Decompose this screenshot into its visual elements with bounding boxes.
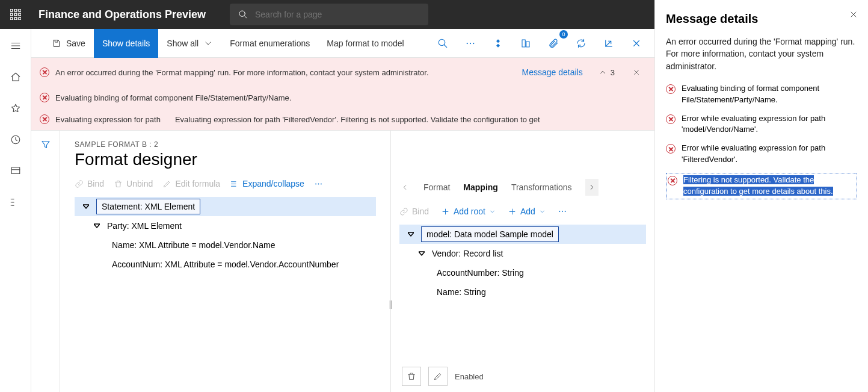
tree-node-name[interactable]: Name: String	[399, 282, 646, 302]
panel-message-item[interactable]: Evaluating binding of format component F…	[666, 83, 857, 106]
format-enumerations-button[interactable]: Format enumerations	[221, 29, 318, 58]
panel-close-button[interactable]	[849, 10, 858, 22]
bind-button[interactable]: Bind	[75, 179, 104, 188]
save-icon	[52, 39, 61, 48]
right-overflow-button[interactable]	[558, 207, 567, 216]
filter-icon[interactable]	[40, 139, 51, 150]
tree-label: Party: XML Element	[107, 221, 182, 231]
tab-nav-prev[interactable]	[399, 183, 410, 191]
svg-rect-0	[10, 9, 13, 11]
add-root-button[interactable]: Add root	[441, 207, 496, 216]
tree-node-vendor[interactable]: Vendor: Record list	[399, 244, 646, 263]
left-toolbar: Bind Unbind Edit formula Expand/collapse	[75, 179, 376, 188]
edit-button[interactable]	[428, 367, 448, 386]
expand-toggle[interactable]	[94, 223, 102, 229]
map-format-button[interactable]: Map format to model	[318, 29, 412, 58]
edit-formula-button[interactable]: Edit formula	[162, 179, 220, 188]
officeaddins-button[interactable]	[488, 34, 508, 53]
panel-message-text: Error while evaluating expression for pa…	[682, 143, 857, 166]
map-format-label: Map format to model	[327, 39, 404, 48]
app-launcher-button[interactable]	[0, 0, 31, 29]
expand-collapse-label: Expand/collapse	[242, 179, 304, 188]
chevron-down-icon	[489, 208, 496, 215]
ellipsis-icon	[558, 207, 567, 216]
pencil-icon	[162, 179, 171, 188]
message-bar-2: Evaluating binding of format component F…	[31, 87, 654, 108]
svg-point-16	[10, 205, 11, 207]
message-details-link[interactable]: Message details	[522, 67, 583, 77]
close-icon	[849, 10, 858, 19]
format-enumerations-label: Format enumerations	[230, 39, 310, 48]
svg-point-15	[10, 202, 11, 203]
list-icon	[230, 179, 239, 188]
svg-rect-5	[19, 13, 21, 16]
search-input[interactable]	[255, 10, 420, 19]
popout-icon	[603, 38, 614, 49]
close-form-button[interactable]	[627, 34, 646, 53]
tree-label: Statement: XML Element	[96, 199, 200, 214]
panel-message-item[interactable]: Error while evaluating expression for pa…	[666, 113, 857, 136]
left-overflow-button[interactable]	[314, 179, 323, 188]
tab-transformations[interactable]: Transformations	[511, 180, 572, 194]
show-all-button[interactable]: Show all	[158, 29, 221, 58]
add-button[interactable]: Add	[508, 207, 546, 216]
tab-nav-next[interactable]	[585, 179, 599, 196]
nav-favorites[interactable]	[4, 98, 28, 119]
enabled-label: Enabled	[455, 372, 484, 381]
edit-formula-label: Edit formula	[175, 179, 220, 188]
svg-rect-1	[14, 9, 17, 11]
tree-node-name[interactable]: Name: XML Attribute = model.Vendor.Name	[75, 235, 376, 255]
link-icon	[399, 207, 408, 216]
show-details-button[interactable]: Show details	[94, 29, 158, 58]
expand-toggle[interactable]	[419, 250, 427, 257]
svg-rect-3	[10, 13, 13, 16]
refresh-button[interactable]	[571, 34, 591, 53]
tab-mapping[interactable]: Mapping	[463, 180, 498, 194]
tree-node-statement[interactable]: Statement: XML Element	[75, 197, 376, 216]
save-label: Save	[66, 39, 85, 48]
expand-toggle[interactable]	[83, 204, 91, 210]
nav-recent[interactable]	[4, 129, 28, 151]
search-box[interactable]	[230, 4, 428, 25]
expand-collapse-button[interactable]: Expand/collapse	[230, 179, 304, 188]
save-button[interactable]: Save	[43, 29, 94, 58]
nav-expand-button[interactable]	[4, 35, 28, 57]
message-collapse-toggle[interactable]: 3	[599, 68, 615, 77]
panel-message-item[interactable]: Error while evaluating expression for pa…	[666, 143, 857, 166]
delete-button[interactable]	[402, 367, 421, 386]
refresh-icon	[576, 38, 586, 49]
tree-node-party[interactable]: Party: XML Element	[75, 216, 376, 235]
message-count: 3	[611, 68, 615, 77]
message-close-button[interactable]	[627, 63, 646, 82]
message-bar-3: Evaluating expression for path Evaluatin…	[31, 108, 654, 130]
office-button[interactable]	[516, 34, 535, 53]
search-icon	[437, 38, 448, 49]
ellipsis-icon	[314, 179, 323, 188]
svg-point-18	[467, 42, 468, 43]
unbind-button[interactable]: Unbind	[114, 179, 153, 188]
overflow-button[interactable]	[461, 34, 480, 53]
panel-message-text: Filtering is not supported. Validate the…	[683, 175, 855, 198]
tree-node-model[interactable]: model: Data model Sample model	[399, 225, 646, 244]
bind-button[interactable]: Bind	[399, 207, 429, 216]
tree-label: AccountNum: XML Attribute = model.Vendor…	[112, 260, 339, 269]
tree-node-accountnumber[interactable]: AccountNumber: String	[399, 263, 646, 282]
nav-modules[interactable]	[4, 191, 28, 213]
svg-rect-22	[526, 42, 529, 47]
attachments-button[interactable]: 0	[544, 34, 563, 53]
action-bar: Save Show details Show all Format enumer…	[31, 29, 654, 58]
svg-rect-2	[19, 9, 21, 11]
panel-message-item-selected[interactable]: Filtering is not supported. Validate the…	[666, 173, 857, 199]
expand-toggle[interactable]	[408, 231, 416, 237]
svg-point-23	[315, 183, 316, 184]
diamond-icon	[493, 38, 503, 49]
search-form-button[interactable]	[433, 34, 452, 53]
popout-button[interactable]	[599, 34, 618, 53]
tab-format[interactable]: Format	[423, 180, 450, 194]
tree-node-accountnum[interactable]: AccountNum: XML Attribute = model.Vendor…	[75, 255, 376, 274]
app-title: Finance and Operations Preview	[31, 8, 224, 21]
nav-home[interactable]	[4, 66, 28, 88]
nav-workspaces[interactable]	[4, 160, 28, 182]
error-icon	[666, 114, 676, 124]
left-pane: SAMPLE FORMAT B : 2 Format designer Bind…	[60, 131, 391, 392]
